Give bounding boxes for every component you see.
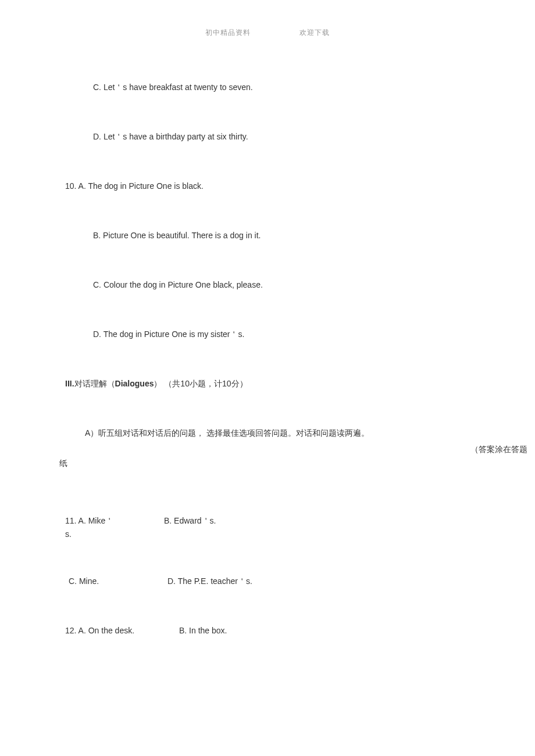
question-11-option-b: B. Edward＇s. (164, 515, 216, 527)
header-right-text: 欢迎下载 (299, 28, 330, 38)
option-d-q9: D. Let＇s have a birthday party at six th… (93, 131, 484, 143)
header-left-text: 初中精品资料 (205, 28, 251, 38)
page-header: 初中精品资料 欢迎下载 (0, 28, 535, 38)
document-content: C. Let＇s have breakfast at twenty to sev… (65, 81, 484, 637)
section-3-heading: III.对话理解（Dialogues） （共10小题，计10分） (65, 378, 484, 390)
section-3-dialogues: Dialogues (115, 379, 154, 388)
question-10-option-d: D. The dog in Picture One is my sister＇s… (93, 328, 484, 341)
instruction-wrapper: A）听五组对话和对话后的问题， 选择最佳选项回答问题。对话和问题读两遍。 （答案… (65, 427, 484, 439)
question-12-option-a: 12. A. On the desk. (65, 625, 134, 637)
question-11-option-a: 11. A. Mike＇ s. (65, 515, 147, 540)
question-11-option-c: C. Mine. (69, 575, 99, 587)
option-c-q9: C. Let＇s have breakfast at twenty to sev… (93, 81, 484, 94)
question-10-option-b: B. Picture One is beautiful. There is a … (93, 230, 484, 242)
instruction-note-left: 纸 (59, 457, 67, 470)
question-11-option-d: D. The P.E. teacher＇s. (167, 575, 252, 587)
question-11-row2: C. Mine. D. The P.E. teacher＇s. (69, 575, 484, 587)
instruction-a: A）听五组对话和对话后的问题， 选择最佳选项回答问题。对话和问题读两遍。 (85, 427, 484, 439)
question-12-option-b: B. In the box. (179, 625, 227, 637)
section-3-text1: 对话理解（ (74, 379, 115, 388)
section-3-prefix: III. (65, 379, 74, 388)
instruction-note-right: （答案涂在答题 (470, 443, 527, 456)
q11-a-text: 11. A. Mike＇ (65, 516, 113, 525)
question-10-option-c: C. Colour the dog in Picture One black, … (93, 279, 484, 291)
question-11-row1: 11. A. Mike＇ s. B. Edward＇s. (65, 515, 484, 540)
q11-a-suffix: s. (65, 528, 147, 540)
question-12-row: 12. A. On the desk. B. In the box. (65, 625, 484, 637)
section-3-text2: ） （共10小题，计10分） (154, 379, 247, 388)
question-10-option-a: 10. A. The dog in Picture One is black. (65, 180, 484, 192)
